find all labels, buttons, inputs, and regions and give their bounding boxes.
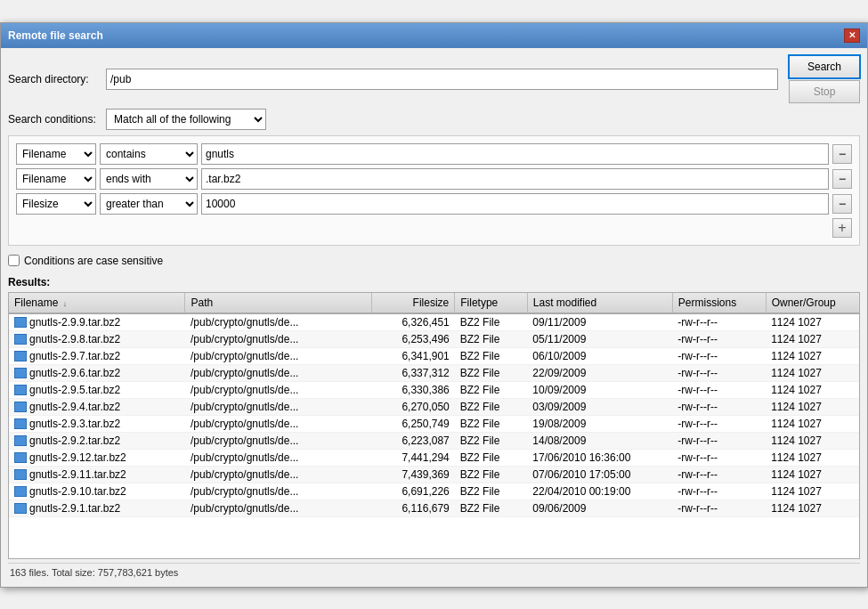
results-tbody: gnutls-2.9.9.tar.bz2/pub/crypto/gnutls/d… xyxy=(9,313,859,517)
close-button[interactable]: ✕ xyxy=(844,28,860,43)
table-cell: 22/09/2009 xyxy=(527,364,672,381)
table-row[interactable]: gnutls-2.9.9.tar.bz2/pub/crypto/gnutls/d… xyxy=(9,313,859,331)
file-icon xyxy=(14,317,27,328)
table-cell: -rw-r--r-- xyxy=(672,398,766,415)
file-icon xyxy=(14,486,27,497)
table-cell: BZ2 File xyxy=(455,449,528,466)
column-header-filetype[interactable]: Filetype xyxy=(455,293,528,313)
table-cell: 6,341,901 xyxy=(372,347,455,364)
table-cell: gnutls-2.9.11.tar.bz2 xyxy=(9,466,185,483)
case-sensitive-checkbox[interactable] xyxy=(8,255,20,266)
table-cell: /pub/crypto/gnutls/de... xyxy=(185,381,372,398)
table-row[interactable]: gnutls-2.9.11.tar.bz2/pub/crypto/gnutls/… xyxy=(9,466,859,483)
results-table: Filename ↓ Path Filesize Filetype Last m… xyxy=(9,293,859,517)
condition-3-value[interactable] xyxy=(201,193,829,215)
condition-3-remove-button[interactable]: − xyxy=(832,194,852,214)
table-cell: -rw-r--r-- xyxy=(672,466,766,483)
search-button[interactable]: Search xyxy=(789,55,860,78)
table-row[interactable]: gnutls-2.9.12.tar.bz2/pub/crypto/gnutls/… xyxy=(9,449,859,466)
file-icon xyxy=(14,503,27,514)
table-cell: gnutls-2.9.6.tar.bz2 xyxy=(9,364,185,381)
table-cell: 06/10/2009 xyxy=(527,347,672,364)
table-row[interactable]: gnutls-2.9.3.tar.bz2/pub/crypto/gnutls/d… xyxy=(9,415,859,432)
table-cell: 1124 1027 xyxy=(766,330,859,347)
table-cell: 1124 1027 xyxy=(766,499,859,516)
condition-row-1: Filename Filesize Date contains is start… xyxy=(16,143,852,165)
column-header-path[interactable]: Path xyxy=(185,293,372,313)
table-cell: 10/09/2009 xyxy=(527,381,672,398)
table-cell: gnutls-2.9.7.tar.bz2 xyxy=(9,347,185,364)
table-cell: 1124 1027 xyxy=(766,381,859,398)
table-row[interactable]: gnutls-2.9.7.tar.bz2/pub/crypto/gnutls/d… xyxy=(9,347,859,364)
table-cell: 1124 1027 xyxy=(766,313,859,331)
table-cell: -rw-r--r-- xyxy=(672,381,766,398)
search-directory-input[interactable] xyxy=(106,69,778,90)
file-icon xyxy=(14,418,27,429)
table-row[interactable]: gnutls-2.9.4.tar.bz2/pub/crypto/gnutls/d… xyxy=(9,398,859,415)
table-cell: /pub/crypto/gnutls/de... xyxy=(185,364,372,381)
table-cell: -rw-r--r-- xyxy=(672,330,766,347)
table-cell: 6,116,679 xyxy=(372,499,455,516)
table-cell: 7,439,369 xyxy=(372,466,455,483)
condition-1-type[interactable]: Filename Filesize Date xyxy=(16,143,96,165)
table-cell: 6,337,312 xyxy=(372,364,455,381)
column-header-filesize[interactable]: Filesize xyxy=(372,293,455,313)
table-cell: -rw-r--r-- xyxy=(672,499,766,516)
condition-1-operator[interactable]: contains is starts with ends with greate… xyxy=(100,143,198,165)
condition-3-type[interactable]: Filename Filesize Date xyxy=(16,193,96,215)
condition-2-remove-button[interactable]: − xyxy=(832,169,852,189)
file-icon xyxy=(14,469,27,480)
table-cell: 6,250,749 xyxy=(372,415,455,432)
table-cell: 19/08/2009 xyxy=(527,415,672,432)
file-icon xyxy=(14,351,27,361)
table-row[interactable]: gnutls-2.9.2.tar.bz2/pub/crypto/gnutls/d… xyxy=(9,432,859,449)
table-cell: -rw-r--r-- xyxy=(672,313,766,331)
file-icon xyxy=(14,385,27,395)
column-header-permissions[interactable]: Permissions xyxy=(672,293,766,313)
condition-1-value[interactable] xyxy=(201,143,829,165)
table-cell: 6,223,087 xyxy=(372,432,455,449)
file-icon xyxy=(14,452,27,463)
column-header-modified[interactable]: Last modified xyxy=(527,293,672,313)
condition-2-type[interactable]: Filename Filesize Date xyxy=(16,168,96,190)
table-row[interactable]: gnutls-2.9.10.tar.bz2/pub/crypto/gnutls/… xyxy=(9,483,859,499)
table-row[interactable]: gnutls-2.9.8.tar.bz2/pub/crypto/gnutls/d… xyxy=(9,330,859,347)
condition-1-remove-button[interactable]: − xyxy=(832,144,852,164)
table-cell: 1124 1027 xyxy=(766,364,859,381)
status-bar: 163 files. Total size: 757,783,621 bytes xyxy=(8,563,860,580)
condition-2-value[interactable] xyxy=(201,168,829,190)
table-cell: 05/11/2009 xyxy=(527,330,672,347)
table-cell: 17/06/2010 16:36:00 xyxy=(527,449,672,466)
remote-file-search-window: Remote file search ✕ Search directory: S… xyxy=(0,22,868,588)
table-cell: /pub/crypto/gnutls/de... xyxy=(185,483,372,499)
table-cell: 09/06/2009 xyxy=(527,499,672,516)
file-icon xyxy=(14,334,27,345)
table-cell: gnutls-2.9.10.tar.bz2 xyxy=(9,483,185,499)
table-cell: BZ2 File xyxy=(455,466,528,483)
table-cell: 6,691,226 xyxy=(372,483,455,499)
table-cell: 07/06/2010 17:05:00 xyxy=(527,466,672,483)
table-cell: gnutls-2.9.3.tar.bz2 xyxy=(9,415,185,432)
conditions-area: Filename Filesize Date contains is start… xyxy=(8,135,860,246)
table-cell: 22/04/2010 00:19:00 xyxy=(527,483,672,499)
column-header-filename[interactable]: Filename ↓ xyxy=(9,293,185,313)
stop-button[interactable]: Stop xyxy=(789,80,860,103)
add-condition-button[interactable]: + xyxy=(832,218,852,238)
column-header-owner[interactable]: Owner/Group xyxy=(766,293,859,313)
table-cell: BZ2 File xyxy=(455,432,528,449)
table-cell: -rw-r--r-- xyxy=(672,415,766,432)
case-sensitive-label: Conditions are case sensitive xyxy=(24,255,163,267)
table-cell: gnutls-2.9.5.tar.bz2 xyxy=(9,381,185,398)
table-row[interactable]: gnutls-2.9.6.tar.bz2/pub/crypto/gnutls/d… xyxy=(9,364,859,381)
table-cell: gnutls-2.9.1.tar.bz2 xyxy=(9,499,185,516)
table-cell: BZ2 File xyxy=(455,330,528,347)
table-cell: BZ2 File xyxy=(455,499,528,516)
condition-3-operator[interactable]: contains is starts with ends with greate… xyxy=(100,193,198,215)
table-row[interactable]: gnutls-2.9.5.tar.bz2/pub/crypto/gnutls/d… xyxy=(9,381,859,398)
table-cell: BZ2 File xyxy=(455,347,528,364)
results-table-container[interactable]: Filename ↓ Path Filesize Filetype Last m… xyxy=(8,292,860,559)
table-cell: -rw-r--r-- xyxy=(672,347,766,364)
condition-2-operator[interactable]: contains is starts with ends with greate… xyxy=(100,168,198,190)
match-select[interactable]: Match all of the following Match any of … xyxy=(106,109,266,130)
table-row[interactable]: gnutls-2.9.1.tar.bz2/pub/crypto/gnutls/d… xyxy=(9,499,859,516)
